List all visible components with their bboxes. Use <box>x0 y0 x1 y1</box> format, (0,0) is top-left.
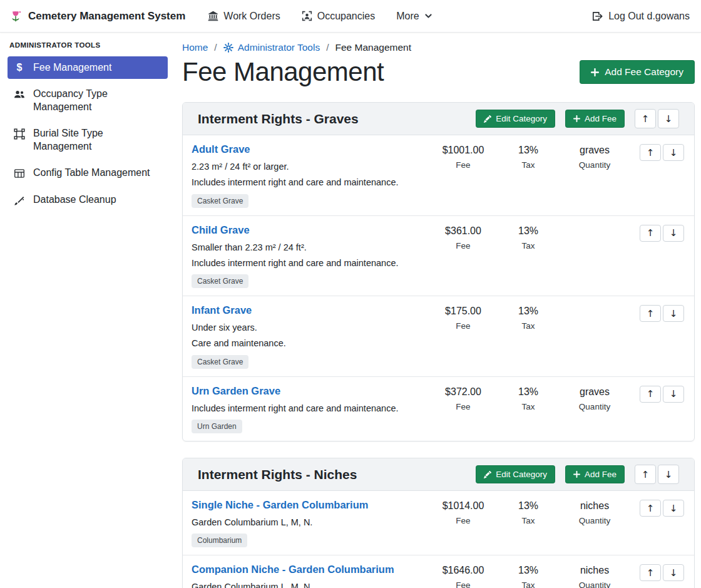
up-arrow-icon: ↑ <box>647 227 655 239</box>
fee-amount-col: $361.00 Fee <box>428 224 498 250</box>
admin-sidebar: ADMINISTRATOR TOOLS $ Fee Management Occ… <box>0 33 175 215</box>
sidebar-heading: ADMINISTRATOR TOOLS <box>9 41 168 49</box>
breadcrumb-separator: / <box>214 42 217 53</box>
move-category-up-button[interactable]: ↑ <box>635 465 656 484</box>
move-fee-down-button[interactable]: ↓ <box>663 500 684 517</box>
move-fee-down-button[interactable]: ↓ <box>663 305 684 322</box>
edit-category-label: Edit Category <box>496 470 547 479</box>
fee-quantity-label: Quantity <box>558 516 631 525</box>
top-navbar: Cemetery Management System Work Orders <box>0 0 701 33</box>
nav-work-orders[interactable]: Work Orders <box>208 11 280 22</box>
fee-description: Care and maintenance. <box>192 337 423 349</box>
fee-info: Child Grave Smaller than 2.23 m² / 24 ft… <box>192 224 428 289</box>
sidebar-item-label: Burial Site Type Management <box>33 127 161 153</box>
fee-name-link[interactable]: Single Niche - Garden Columbarium <box>192 499 368 511</box>
fee-tag-badge: Casket Grave <box>192 274 248 288</box>
logout-icon <box>591 11 603 22</box>
fee-description: Garden Columbarium L, M, N. <box>192 516 423 529</box>
fee-name-link[interactable]: Urn Garden Grave <box>192 385 280 397</box>
fee-tax: 13% <box>498 306 558 317</box>
plus-icon <box>573 471 580 478</box>
fee-description: Includes interment right and care and ma… <box>192 176 423 188</box>
move-fee-up-button[interactable]: ↑ <box>640 225 661 242</box>
sidebar-item-burial-site-type-management[interactable]: Burial Site Type Management <box>8 122 168 158</box>
occupancies-icon <box>302 11 312 21</box>
add-fee-label: Add Fee <box>585 470 617 479</box>
fee-description: 2.23 m² / 24 ft² or larger. <box>192 160 423 173</box>
up-arrow-icon: ↑ <box>647 567 655 579</box>
up-arrow-icon: ↑ <box>647 503 655 514</box>
move-fee-up-button[interactable]: ↑ <box>640 144 661 161</box>
move-fee-up-button[interactable]: ↑ <box>640 305 661 322</box>
breadcrumb-home[interactable]: Home <box>182 42 208 53</box>
plus-icon <box>591 68 599 76</box>
fee-amount: $361.00 <box>428 225 498 237</box>
up-arrow-icon: ↑ <box>647 308 655 319</box>
fee-tax: 13% <box>498 500 558 512</box>
fee-info: Single Niche - Garden Columbarium Garden… <box>192 499 428 547</box>
category-header: Interment Rights - Niches Edit Category … <box>183 458 694 491</box>
vector-square-icon <box>14 128 25 140</box>
sidebar-item-label: Config Table Management <box>33 167 150 179</box>
sidebar-item-fee-management[interactable]: $ Fee Management <box>8 56 168 79</box>
fee-amount-label: Fee <box>428 321 498 331</box>
edit-category-button[interactable]: Edit Category <box>476 110 555 128</box>
nav-occupancies[interactable]: Occupancies <box>302 11 376 22</box>
add-fee-category-label: Add Fee Category <box>605 66 683 78</box>
fee-info: Companion Niche - Garden Columbarium Gar… <box>192 564 428 588</box>
cleanup-wand-icon <box>14 195 25 206</box>
fee-description: Under six years. <box>192 321 423 334</box>
sidebar-item-config-table-management[interactable]: Config Table Management <box>8 162 168 184</box>
app-brand[interactable]: Cemetery Management System <box>9 9 185 23</box>
add-fee-button[interactable]: Add Fee <box>565 465 625 483</box>
add-fee-category-button[interactable]: Add Fee Category <box>580 60 695 84</box>
fee-amount: $372.00 <box>428 386 498 398</box>
fee-description: Includes interment right and care and ma… <box>192 257 423 269</box>
edit-category-button[interactable]: Edit Category <box>476 465 555 483</box>
fee-tax: 13% <box>498 225 558 237</box>
sidebar-item-database-cleanup[interactable]: Database Cleanup <box>8 188 168 211</box>
fee-tax-col: 13% Tax <box>498 499 558 525</box>
down-arrow-icon: ↓ <box>670 503 678 514</box>
fee-quantity-label: Quantity <box>558 402 631 411</box>
nav-occupancies-label: Occupancies <box>317 11 376 22</box>
sidebar-item-occupancy-type-management[interactable]: Occupancy Type Management <box>8 83 168 118</box>
fee-quantity: niches <box>558 500 631 512</box>
breadcrumb-current: Fee Management <box>335 42 412 53</box>
category-title: Interment Rights - Graves <box>198 111 359 126</box>
down-arrow-icon: ↓ <box>670 227 678 239</box>
move-fee-up-button[interactable]: ↑ <box>640 500 661 517</box>
fee-tax: 13% <box>498 565 558 576</box>
up-arrow-icon: ↑ <box>647 147 655 158</box>
move-fee-down-button[interactable]: ↓ <box>663 225 684 242</box>
fee-amount-label: Fee <box>428 241 498 250</box>
category-reorder-buttons: ↑ ↓ <box>635 465 679 484</box>
fee-tag-badge: Casket Grave <box>192 355 248 369</box>
move-fee-up-button[interactable]: ↑ <box>640 386 661 403</box>
fee-reorder-buttons: ↑ ↓ <box>640 385 684 403</box>
nav-more[interactable]: More <box>396 11 432 22</box>
logout-link[interactable]: Log Out d.gowans <box>591 11 690 22</box>
fee-tax-col: 13% Tax <box>498 224 558 250</box>
move-category-down-button[interactable]: ↓ <box>658 109 679 128</box>
fee-name-link[interactable]: Child Grave <box>192 224 250 236</box>
add-fee-button[interactable]: Add Fee <box>565 110 625 128</box>
move-fee-up-button[interactable]: ↑ <box>640 564 661 581</box>
fee-name-link[interactable]: Companion Niche - Garden Columbarium <box>192 564 394 575</box>
move-category-up-button[interactable]: ↑ <box>635 109 656 128</box>
move-fee-down-button[interactable]: ↓ <box>663 386 684 403</box>
move-fee-down-button[interactable]: ↓ <box>663 144 684 161</box>
fee-reorder-buttons: ↑ ↓ <box>640 499 684 517</box>
fee-quantity-col: niches Quantity <box>558 499 631 525</box>
move-category-down-button[interactable]: ↓ <box>658 465 679 484</box>
fee-tax: 13% <box>498 386 558 398</box>
breadcrumb-admin-tools[interactable]: Administrator Tools <box>223 42 320 53</box>
fee-quantity-col: graves Quantity <box>558 385 631 411</box>
breadcrumb-admin-tools-label: Administrator Tools <box>238 42 320 53</box>
move-fee-down-button[interactable]: ↓ <box>663 564 684 581</box>
fee-name-link[interactable]: Adult Grave <box>192 143 250 155</box>
fee-description: Smaller than 2.23 m² / 24 ft². <box>192 241 423 254</box>
logout-label: Log Out d.gowans <box>608 11 690 22</box>
nav-more-label: More <box>396 11 419 22</box>
fee-name-link[interactable]: Infant Grave <box>192 304 252 316</box>
